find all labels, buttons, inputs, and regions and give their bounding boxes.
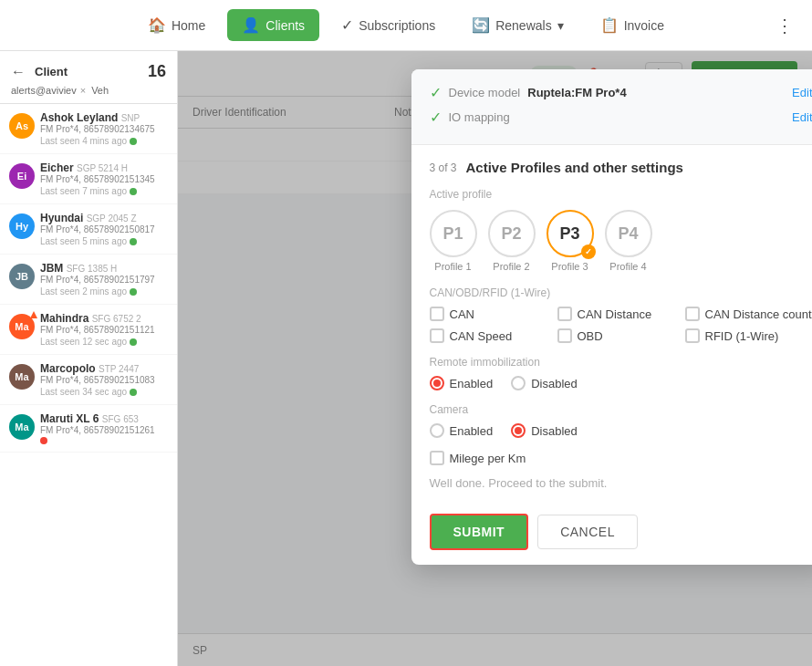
success-message: Well done. Proceed to the submit. bbox=[430, 476, 813, 490]
avatar: JB bbox=[9, 264, 35, 289]
can-speed-checkbox[interactable]: CAN Speed bbox=[430, 328, 539, 343]
avatar: Hy bbox=[9, 213, 35, 239]
list-item[interactable]: JB JBM SFG 1385 H FM Pro*4, 865789021517… bbox=[0, 255, 177, 305]
check-icon-2: ✓ bbox=[430, 109, 442, 126]
avatar: As bbox=[9, 113, 35, 139]
status-indicator bbox=[130, 389, 137, 396]
status-indicator bbox=[130, 138, 137, 145]
check-icon: ✓ bbox=[430, 84, 442, 101]
top-navigation: 🏠 Home 👤 Clients ✓ Subscriptions 🔄 Renew… bbox=[0, 0, 812, 51]
profiles-selector: P1 Profile 1 P2 Profile 2 P3 ✓ Profile 3 bbox=[430, 210, 813, 272]
avatar: Ei bbox=[9, 163, 35, 189]
io-mapping-edit-link[interactable]: Edit bbox=[792, 110, 812, 124]
list-item[interactable]: Ei Eicher SGP 5214 H FM Pro*4, 865789021… bbox=[0, 154, 177, 204]
step-number: 3 of 3 bbox=[430, 161, 457, 174]
camera-label: Camera bbox=[430, 403, 813, 416]
clients-icon: 👤 bbox=[242, 16, 260, 34]
cancel-button[interactable]: CANCEL bbox=[537, 515, 638, 549]
camera-enabled-radio[interactable]: Enabled bbox=[430, 423, 494, 438]
profile-check-icon: ✓ bbox=[581, 245, 596, 259]
main-layout: ← Client 16 alerts@aviviev × Veh As Asho… bbox=[0, 51, 812, 666]
list-item[interactable]: As Ashok Leyland SNP FM Pro*4, 865789021… bbox=[0, 104, 177, 154]
subscriptions-icon: ✓ bbox=[341, 16, 353, 34]
profile-p3-button[interactable]: P3 ✓ Profile 3 bbox=[547, 210, 594, 272]
can-distance-checkbox[interactable]: CAN Distance bbox=[557, 307, 667, 321]
remote-immobilization-options: Enabled Disabled bbox=[430, 376, 813, 390]
obd-checkbox[interactable]: OBD bbox=[557, 328, 667, 343]
can-section-label: CAN/OBD/RFID (1-Wire) bbox=[430, 286, 813, 299]
renewals-icon: 🔄 bbox=[472, 16, 490, 34]
sidebar-veh-label: Veh bbox=[91, 85, 109, 96]
sidebar-email-text: alerts@aviviev bbox=[11, 85, 77, 96]
remote-immobilization-label: Remote immobilization bbox=[430, 356, 813, 369]
io-mapping-row: ✓ IO mapping Edit bbox=[430, 109, 813, 126]
avatar: Ma bbox=[9, 314, 35, 339]
sidebar-header: ← Client 16 alerts@aviviev × Veh bbox=[0, 51, 177, 104]
active-profile-label: Active profile bbox=[430, 188, 813, 201]
avatar: Ma bbox=[9, 364, 35, 390]
rfid-checkbox[interactable]: RFID (1-Wire) bbox=[685, 328, 795, 343]
camera-options: Enabled Disabled bbox=[430, 423, 813, 438]
can-distance-count-checkbox[interactable]: CAN Distance count bbox=[685, 307, 812, 321]
modal-completed-steps: ✓ Device model Ruptela:FM Pro*4 Edit ✓ I… bbox=[411, 69, 813, 145]
list-item[interactable]: Ma Mahindra SFG 6752 2 FM Pro*4, 8657890… bbox=[0, 305, 177, 355]
mileage-checkbox[interactable]: Milege per Km bbox=[430, 451, 813, 465]
nav-subscriptions[interactable]: ✓ Subscriptions bbox=[327, 9, 450, 41]
status-indicator bbox=[130, 188, 137, 195]
nav-invoice[interactable]: 📋 Invoice bbox=[586, 9, 679, 41]
can-checkboxes: CAN CAN Distance CAN Distance count CAN … bbox=[430, 307, 813, 343]
email-close-button[interactable]: × bbox=[80, 85, 86, 96]
content-area: Active 📍 India p ⚙ ▾ ADD VEHICLE Driver … bbox=[178, 51, 812, 666]
profile-p1-button[interactable]: P1 Profile 1 bbox=[430, 210, 477, 272]
device-model-row: ✓ Device model Ruptela:FM Pro*4 Edit bbox=[430, 84, 813, 101]
profile-p4-button[interactable]: P4 Profile 4 bbox=[605, 210, 652, 272]
list-item[interactable]: Ma Marcopolo STP 2447 FM Pro*4, 86578902… bbox=[0, 355, 177, 405]
nav-home[interactable]: 🏠 Home bbox=[133, 9, 220, 41]
profile-p2-button[interactable]: P2 Profile 2 bbox=[488, 210, 536, 272]
invoice-icon: 📋 bbox=[600, 16, 619, 34]
status-indicator bbox=[130, 288, 137, 296]
remote-disabled-radio[interactable]: Disabled bbox=[511, 376, 578, 390]
home-icon: 🏠 bbox=[148, 16, 166, 34]
camera-disabled-radio[interactable]: Disabled bbox=[511, 423, 578, 438]
status-indicator bbox=[130, 238, 137, 245]
can-checkbox[interactable]: CAN bbox=[430, 307, 539, 321]
device-model-edit-link[interactable]: Edit bbox=[792, 86, 812, 99]
nav-clients[interactable]: 👤 Clients bbox=[227, 9, 319, 41]
status-indicator bbox=[130, 338, 137, 346]
list-item[interactable]: Hy Hyundai SGP 2045 Z FM Pro*4, 86578902… bbox=[0, 204, 177, 255]
nav-more-button[interactable]: ⋮ bbox=[776, 15, 794, 36]
modal-body: 3 of 3 Active Profiles and other setting… bbox=[411, 145, 813, 490]
nav-renewals[interactable]: 🔄 Renewals ▾ bbox=[457, 9, 578, 41]
submit-button[interactable]: SUBMIT bbox=[430, 514, 529, 550]
modal-footer: SUBMIT CANCEL bbox=[411, 503, 813, 565]
sidebar: ← Client 16 alerts@aviviev × Veh As Asho… bbox=[0, 51, 178, 666]
modal-step-header: 3 of 3 Active Profiles and other setting… bbox=[430, 160, 813, 175]
avatar: Ma bbox=[9, 414, 35, 440]
list-item[interactable]: Ma Maruti XL 6 SFG 653 FM Pro*4, 8657890… bbox=[0, 405, 177, 453]
remote-enabled-radio[interactable]: Enabled bbox=[430, 376, 494, 390]
back-button[interactable]: ← bbox=[11, 64, 26, 80]
modal-title: Active Profiles and other settings bbox=[466, 160, 683, 175]
vehicle-setup-modal: ✓ Device model Ruptela:FM Pro*4 Edit ✓ I… bbox=[411, 69, 813, 565]
status-indicator bbox=[40, 437, 47, 444]
